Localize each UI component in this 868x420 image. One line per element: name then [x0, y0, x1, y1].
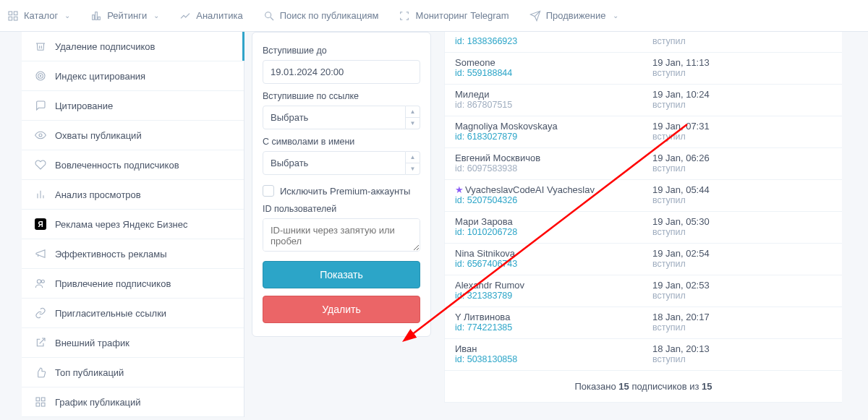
show-button[interactable]: Показать [263, 261, 420, 288]
user-name: Nina Sitnikova [455, 248, 652, 259]
sidebar-item-users[interactable]: Привлечение подписчиков [22, 269, 244, 299]
sidebar-item-label: Анализ просмотров [55, 189, 141, 200]
user-id[interactable]: id: 6183027879 [455, 132, 652, 142]
select-name-symbols[interactable] [263, 151, 406, 175]
sidebar-item-grid[interactable]: График публикаций [22, 387, 244, 417]
line-icon [179, 10, 191, 22]
sidebar-item-megaphone[interactable]: Эффективность рекламы [22, 239, 244, 269]
row-time: 19 Jan, 05:44 [652, 184, 832, 195]
sidebar: Удаление подписчиковИндекс цитированияЦи… [22, 32, 244, 417]
row-status: вступил [652, 163, 832, 173]
user-name: Magnoliya Moskovskaya [455, 121, 652, 132]
row-time: 19 Jan, 02:53 [652, 280, 832, 291]
svg-point-12 [39, 134, 42, 137]
nav-рейтинги[interactable]: Рейтинги⌄ [90, 10, 159, 22]
heart-icon [35, 159, 46, 171]
target-icon [35, 70, 46, 82]
send-icon [529, 10, 541, 22]
user-id[interactable]: id: 1010206728 [455, 227, 652, 237]
nav-продвижение[interactable]: Продвижение⌄ [529, 10, 618, 22]
sidebar-item-quote[interactable]: Цитирование [22, 91, 244, 121]
out-icon [35, 337, 46, 348]
nav-каталог[interactable]: Каталог⌄ [7, 10, 70, 22]
sidebar-item-link[interactable]: Пригласительные ссылки [22, 299, 244, 328]
yandex-business-icon: Я [35, 218, 46, 230]
chevron-up-icon[interactable]: ▲ [406, 152, 420, 163]
nav-мониторинг-telegram[interactable]: Мониторинг Telegram [399, 10, 509, 22]
svg-point-7 [265, 12, 271, 17]
sidebar-item-eye[interactable]: Охваты публикаций [22, 121, 244, 150]
row-time: 18 Jan, 20:13 [652, 343, 832, 354]
sidebar-item-bars[interactable]: Анализ просмотров [22, 180, 244, 210]
chevron-up-icon[interactable]: ▲ [406, 106, 420, 118]
table-row[interactable]: Someoneid: 55918884419 Jan, 11:13вступил [445, 53, 842, 85]
chevron-down-icon: ⌄ [613, 12, 618, 20]
user-id[interactable]: id: 5038130858 [455, 354, 652, 364]
checkbox-exclude-premium[interactable]: Исключить Premium-аккаунты [263, 185, 420, 197]
table-row[interactable]: ★VyacheslavCodeAI Vyacheslavid: 52075043… [445, 180, 842, 212]
eye-icon [35, 129, 46, 141]
row-status: вступил [652, 259, 832, 269]
user-id[interactable]: id: 6097583938 [455, 163, 652, 173]
row-status: вступил [652, 227, 832, 237]
textarea-user-ids[interactable] [263, 218, 420, 252]
svg-rect-20 [36, 403, 40, 406]
table-row[interactable]: Nina Sitnikovaid: 656740674319 Jan, 02:5… [445, 244, 842, 275]
table-row[interactable]: Евгений Москвичовid: 609758393819 Jan, 0… [445, 148, 842, 180]
table-row[interactable]: Мари Зароваid: 101020672819 Jan, 05:30вс… [445, 212, 842, 244]
table-row[interactable]: Alexandr Rumovid: 32138378919 Jan, 02:53… [445, 275, 842, 307]
table-row[interactable]: Иванid: 503813085818 Jan, 20:13вступил [445, 339, 842, 371]
user-id[interactable]: id: 1838366923 [455, 36, 652, 46]
user-id[interactable]: id: 321383789 [455, 291, 652, 301]
svg-point-17 [41, 280, 44, 283]
row-status: вступил [652, 36, 832, 46]
user-id[interactable]: id: 6567406743 [455, 259, 652, 269]
row-status: вступил [652, 322, 832, 333]
svg-rect-19 [41, 398, 45, 401]
row-status: вступил [652, 68, 832, 78]
sidebar-item-target[interactable]: Индекс цитирования [22, 61, 244, 91]
svg-rect-4 [93, 14, 95, 20]
sidebar-item-label: Эффективность рекламы [55, 249, 167, 260]
input-joined-before[interactable] [263, 60, 420, 84]
sidebar-item-yb[interactable]: ЯРеклама через Яндекс Бизнес [22, 210, 244, 239]
select-joined-by-link[interactable] [263, 106, 406, 129]
bars-icon [35, 189, 46, 200]
nav-аналитика[interactable]: Аналитика [179, 10, 242, 22]
delete-button[interactable]: Удалить [263, 296, 420, 323]
sidebar-item-label: Привлечение подписчиков [55, 278, 171, 289]
stepper-joined-by-link[interactable]: ▲▼ [406, 106, 420, 129]
row-status: вступил [652, 100, 832, 110]
chevron-down-icon[interactable]: ▼ [406, 163, 420, 174]
search-icon [263, 10, 275, 22]
sidebar-item-trash[interactable]: Удаление подписчиков [22, 32, 244, 61]
table-row[interactable]: Миледиid: 86780751519 Jan, 10:24вступил [445, 85, 842, 116]
checkbox-box-icon [263, 185, 274, 197]
chart-icon [90, 10, 102, 22]
table-row[interactable]: Y Литвиноваid: 77422138518 Jan, 20:17вст… [445, 307, 842, 339]
sidebar-item-out[interactable]: Внешний трафик [22, 328, 244, 358]
row-status: вступил [652, 195, 832, 205]
svg-rect-1 [14, 12, 17, 15]
user-id[interactable]: id: 559188844 [455, 68, 652, 78]
sidebar-item-label: График публикаций [55, 397, 141, 408]
nav-поиск-по-публикациям[interactable]: Поиск по публикациям [263, 10, 379, 22]
row-status: вступил [652, 354, 832, 364]
svg-rect-5 [95, 12, 98, 20]
sidebar-item-heart[interactable]: Вовлеченность подписчиков [22, 150, 244, 180]
chevron-down-icon: ⌄ [153, 12, 159, 20]
user-id[interactable]: id: 867807515 [455, 100, 652, 110]
top-nav: Каталог⌄Рейтинги⌄АналитикаПоиск по публи… [0, 0, 868, 32]
table-row[interactable]: Magnoliya Moskovskayaid: 618302787919 Ja… [445, 116, 842, 148]
chevron-down-icon[interactable]: ▼ [406, 118, 420, 129]
user-id[interactable]: id: 5207504326 [455, 195, 652, 205]
stepper-name-symbols[interactable]: ▲▼ [406, 151, 420, 175]
chevron-down-icon: ⌄ [64, 12, 70, 20]
grid-icon [35, 396, 46, 408]
star-icon: ★ [455, 184, 464, 195]
user-id[interactable]: id: 774221385 [455, 322, 652, 333]
user-name: Миледи [455, 89, 652, 100]
table-row[interactable]: id: 1838366923вступил [445, 32, 842, 53]
sidebar-item-label: Топ публикаций [55, 367, 124, 378]
sidebar-item-thumb[interactable]: Топ публикаций [22, 358, 244, 387]
